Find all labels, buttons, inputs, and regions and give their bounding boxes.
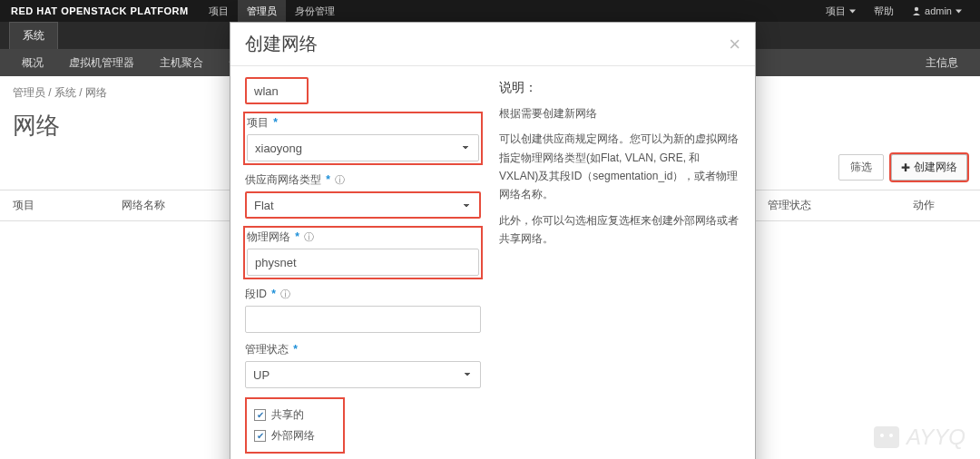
help-icon[interactable]: ⓘ — [280, 288, 290, 299]
nav3-right-item[interactable]: 主信息 — [913, 49, 971, 76]
topbar: RED HAT OPENSTACK PLATFORM 项目 管理员 身份管理 项… — [0, 0, 980, 22]
desc-p3: 此外，你可以勾选相应复选框来创建外部网络或者共享网络。 — [499, 211, 740, 249]
required-icon: * — [326, 173, 330, 186]
user-icon — [912, 6, 921, 15]
admin-state-select[interactable]: UP — [245, 361, 481, 388]
breadcrumb-system[interactable]: 系统 — [54, 86, 76, 99]
watermark-text: AYYQ — [906, 425, 965, 450]
field-name — [245, 77, 481, 104]
label-provider-type: 供应商网络类型 * ⓘ — [245, 172, 481, 188]
provider-type-select[interactable]: Flat — [245, 191, 481, 219]
required-icon: * — [295, 230, 299, 243]
external-label: 外部网络 — [271, 428, 315, 444]
close-icon[interactable]: × — [729, 34, 740, 54]
breadcrumb-admin[interactable]: 管理员 — [13, 86, 45, 99]
help-link[interactable]: 帮助 — [865, 5, 903, 18]
required-icon: * — [293, 343, 298, 356]
field-project: 项目 * xiaoyong — [245, 113, 481, 163]
form-column: 项目 * xiaoyong 供应商网络类型 * ⓘ Flat 物理网络 * ⓘ … — [245, 77, 481, 454]
caret-down-icon — [956, 8, 962, 15]
label-project: 项目 * — [247, 115, 479, 131]
col-actions: 动作 — [913, 198, 967, 213]
field-seg-id: 段ID * ⓘ — [245, 287, 481, 333]
col-name: 网络名称 — [122, 198, 176, 213]
create-network-label: 创建网络 — [914, 160, 957, 175]
project-dropdown-label: 项目 — [826, 5, 846, 18]
top-nav: 项目 管理员 身份管理 — [200, 0, 344, 22]
top-nav-admin[interactable]: 管理员 — [238, 0, 286, 22]
user-menu[interactable]: admin — [903, 5, 971, 16]
checkbox-icon: ✔ — [254, 430, 266, 442]
top-nav-project[interactable]: 项目 — [200, 0, 238, 22]
sub-nav-system[interactable]: 系统 — [9, 22, 58, 49]
physnet-input[interactable] — [247, 249, 479, 276]
modal-body: 项目 * xiaoyong 供应商网络类型 * ⓘ Flat 物理网络 * ⓘ … — [230, 66, 755, 459]
name-input[interactable] — [245, 77, 309, 104]
wechat-icon — [874, 426, 899, 448]
svg-point-0 — [915, 7, 918, 11]
label-physnet: 物理网络 * ⓘ — [247, 230, 479, 245]
shared-label: 共享的 — [271, 407, 304, 423]
project-dropdown[interactable]: 项目 — [817, 5, 865, 18]
create-network-modal: 创建网络 × 项目 * xiaoyong 供应商网络类型 * ⓘ Flat 物理… — [230, 22, 756, 459]
shared-checkbox-row[interactable]: ✔ 共享的 — [254, 405, 336, 425]
user-name: admin — [925, 5, 952, 16]
external-checkbox-row[interactable]: ✔ 外部网络 — [254, 425, 336, 446]
plus-icon: ✚ — [901, 161, 910, 174]
topbar-right: 项目 帮助 admin — [817, 5, 980, 18]
field-admin-state: 管理状态 * UP — [245, 342, 481, 388]
nav3-host-aggregates[interactable]: 主机聚合 — [147, 49, 216, 76]
desc-heading: 说明： — [499, 77, 740, 99]
top-nav-identity[interactable]: 身份管理 — [286, 0, 344, 22]
desc-p1: 根据需要创建新网络 — [499, 104, 740, 122]
nav3-hypervisors[interactable]: 虚拟机管理器 — [56, 49, 147, 76]
create-network-button[interactable]: ✚ 创建网络 — [891, 154, 967, 181]
label-seg-id: 段ID * ⓘ — [245, 287, 481, 302]
brand-logo: RED HAT OPENSTACK PLATFORM — [0, 5, 200, 16]
caret-down-icon — [849, 8, 856, 15]
help-icon[interactable]: ⓘ — [335, 174, 345, 185]
field-provider-type: 供应商网络类型 * ⓘ Flat — [245, 172, 481, 219]
label-admin-state: 管理状态 * — [245, 342, 481, 357]
help-icon[interactable]: ⓘ — [304, 231, 314, 242]
modal-header: 创建网络 × — [230, 23, 755, 66]
field-physnet: 物理网络 * ⓘ — [245, 228, 481, 278]
seg-id-input[interactable] — [245, 306, 481, 333]
nav3-overview[interactable]: 概况 — [9, 49, 56, 76]
project-select[interactable]: xiaoyong — [247, 134, 479, 161]
description-column: 说明： 根据需要创建新网络 可以创建供应商规定网络。您可以为新的虚拟网络指定物理… — [499, 77, 740, 454]
desc-p2: 可以创建供应商规定网络。您可以为新的虚拟网络指定物理网络类型(如Flat, VL… — [499, 130, 740, 204]
check-group: ✔ 共享的 ✔ 外部网络 — [245, 397, 345, 454]
col-admin-state: 管理状态 — [768, 198, 822, 213]
required-icon: * — [273, 116, 278, 129]
filter-button[interactable]: 筛选 — [838, 154, 884, 181]
col-project: 项目 — [13, 198, 67, 213]
required-icon: * — [271, 288, 276, 300]
checkbox-icon: ✔ — [254, 409, 266, 421]
breadcrumb-networks: 网络 — [85, 86, 107, 99]
watermark: AYYQ — [874, 425, 965, 450]
modal-title: 创建网络 — [245, 32, 318, 56]
